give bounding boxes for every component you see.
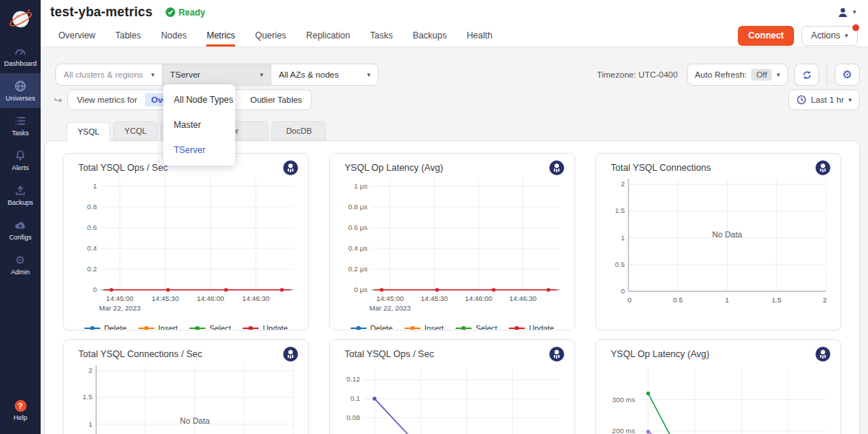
sidebar-item-universes[interactable]: Universes xyxy=(0,73,41,108)
refresh-icon xyxy=(801,69,813,81)
gear-icon: ⚙ xyxy=(16,254,25,266)
svg-text:No Data: No Data xyxy=(712,230,742,239)
sidebar-item-alerts[interactable]: Alerts xyxy=(0,143,41,177)
svg-text:1: 1 xyxy=(93,182,97,190)
filter-dropdown-group: All clusters & regions ▾ TServer ▾ All A… xyxy=(55,64,379,86)
chart-card: Total YSQL Ops / Sec0.120.10.080.060.040… xyxy=(329,339,575,434)
svg-text:2: 2 xyxy=(823,296,827,304)
actions-button[interactable]: Actions ▾ xyxy=(801,26,858,46)
svg-text:14:45:00: 14:45:00 xyxy=(106,294,134,302)
gear-icon: ⚙ xyxy=(842,68,852,81)
chart-title: Total YSQL Ops / Sec xyxy=(74,163,168,173)
yugabyte-logo-icon[interactable] xyxy=(549,347,564,362)
legend-item-select[interactable]: Select xyxy=(189,324,231,330)
svg-text:1: 1 xyxy=(621,234,625,242)
menu-item-master[interactable]: Master xyxy=(163,112,235,138)
metric-tab-docdb[interactable]: DocDB xyxy=(271,121,326,140)
legend-item-delete[interactable]: Delete xyxy=(84,324,126,330)
sidebar-item-admin[interactable]: ⚙Admin xyxy=(0,247,41,282)
legend-item-insert[interactable]: Insert xyxy=(138,324,177,330)
view-outlier-tables-option[interactable]: Outlier Tables xyxy=(251,95,302,104)
svg-text:14:46:00: 14:46:00 xyxy=(465,294,492,302)
legend-item-insert[interactable]: Insert xyxy=(404,324,444,330)
nav-tab-metrics[interactable]: Metrics xyxy=(206,24,235,47)
chevron-down-icon: ▾ xyxy=(844,33,848,39)
yugabyte-logo-icon[interactable] xyxy=(549,160,564,175)
svg-text:0.2 µs: 0.2 µs xyxy=(348,265,367,273)
node-type-menu: All Node TypesMasterTServer xyxy=(163,84,235,166)
azs-nodes-value: All AZs & nodes xyxy=(279,70,339,79)
svg-text:0.8: 0.8 xyxy=(87,203,97,211)
svg-text:0.4 µs: 0.4 µs xyxy=(348,244,367,252)
user-avatar[interactable]: ▾ xyxy=(837,7,856,18)
refresh-button[interactable] xyxy=(794,64,819,86)
sidebar-item-label: Admin xyxy=(11,268,30,276)
legend-item-select[interactable]: Select xyxy=(455,324,497,330)
connect-button[interactable]: Connect xyxy=(738,26,794,46)
chart-card: Total YSQL Ops / Sec10.80.60.40.2014:45:… xyxy=(63,153,309,330)
yugabyte-app-logo-icon[interactable] xyxy=(0,0,41,38)
yugabyte-logo-icon[interactable] xyxy=(283,347,298,362)
clusters-regions-dropdown[interactable]: All clusters & regions ▾ xyxy=(55,64,163,86)
auto-refresh-label: Auto Refresh: xyxy=(695,70,747,79)
svg-text:Mar 22, 2023: Mar 22, 2023 xyxy=(370,304,411,312)
sidebar-item-dashboard[interactable]: Dashboard xyxy=(0,38,41,73)
svg-text:0.1: 0.1 xyxy=(350,394,360,402)
chart-card: YSQL Op Latency (Avg)300 ms200 ms100 ms0… xyxy=(595,339,841,434)
nav-tab-replication[interactable]: Replication xyxy=(306,24,350,47)
svg-text:Mar 22, 2023: Mar 22, 2023 xyxy=(99,304,140,312)
universe-tabs: OverviewTablesNodesMetricsQueriesReplica… xyxy=(58,24,492,47)
sidebar-item-label: Dashboard xyxy=(4,60,36,67)
menu-item-all-node-types[interactable]: All Node Types xyxy=(163,87,235,112)
legend-item-delete[interactable]: Delete xyxy=(350,324,393,330)
nav-tab-backups[interactable]: Backups xyxy=(413,24,447,47)
svg-text:0: 0 xyxy=(621,287,625,295)
svg-text:No Data: No Data xyxy=(180,416,210,425)
legend-item-update[interactable]: Update xyxy=(509,324,554,330)
menu-item-tserver[interactable]: TServer xyxy=(163,138,235,163)
metrics-panel: Total YSQL Ops / Sec10.80.60.40.2014:45:… xyxy=(44,140,860,434)
yugabyte-logo-icon[interactable] xyxy=(816,160,830,175)
time-range-dropdown[interactable]: Last 1 hr ▾ xyxy=(788,89,860,110)
settings-button[interactable]: ⚙ xyxy=(835,64,860,86)
chart-plot[interactable]: 0.120.10.080.060.040.020 xyxy=(340,362,564,434)
status-badge: Ready xyxy=(166,7,205,18)
chart-plot[interactable]: 10.80.60.40.2014:45:0014:45:3014:46:0014… xyxy=(74,176,298,322)
nav-tab-nodes[interactable]: Nodes xyxy=(161,24,187,47)
sidebar-item-backups[interactable]: Backups xyxy=(0,177,41,212)
chart-legend: DeleteInsertSelectUpdate xyxy=(340,324,564,330)
chart-plot[interactable]: 21.510.5000.511.52No Data xyxy=(74,362,298,434)
branch-arrow-icon: ↪ xyxy=(54,95,62,106)
timezone-label: Timezone: UTC-0400 xyxy=(597,70,678,79)
svg-text:0.12: 0.12 xyxy=(347,375,361,383)
sidebar-nav: DashboardUniversesTasksAlertsBackupsConf… xyxy=(0,38,41,282)
svg-text:1: 1 xyxy=(725,296,729,304)
auto-refresh-dropdown[interactable]: Auto Refresh: Off ▾ xyxy=(687,64,788,86)
sidebar-item-label: Tasks xyxy=(12,129,29,137)
sidebar-item-help[interactable]: ? Help xyxy=(0,393,41,428)
nav-tab-tasks[interactable]: Tasks xyxy=(370,24,393,47)
nav-tab-overview[interactable]: Overview xyxy=(58,24,95,47)
metric-tab-ycql[interactable]: YCQL xyxy=(113,121,157,140)
metrics-content: All clusters & regions ▾ TServer ▾ All A… xyxy=(41,47,868,434)
yugabyte-logo-icon[interactable] xyxy=(283,160,298,175)
metric-tab-ysql[interactable]: YSQL xyxy=(67,122,110,141)
divider xyxy=(827,65,827,84)
yugabyte-logo-icon[interactable] xyxy=(816,347,830,362)
nav-tab-tables[interactable]: Tables xyxy=(115,24,141,47)
sidebar-item-configs[interactable]: Configs xyxy=(0,212,41,247)
clock-icon xyxy=(796,95,807,105)
check-circle-icon xyxy=(166,7,175,17)
clusters-regions-value: All clusters & regions xyxy=(64,70,143,79)
chart-plot[interactable]: 21.510.5000.511.52No Data xyxy=(606,176,830,312)
node-type-dropdown[interactable]: TServer ▾ xyxy=(162,64,271,86)
chart-plot[interactable]: 1 µs0.8 µs0.6 µs0.4 µs0.2 µs0 µs14:45:00… xyxy=(340,176,564,322)
sidebar-item-label: Alerts xyxy=(12,164,29,172)
sidebar-item-tasks[interactable]: Tasks xyxy=(0,108,41,143)
chart-plot[interactable]: 300 ms200 ms100 ms0 ms xyxy=(606,362,830,434)
nav-tab-health[interactable]: Health xyxy=(467,24,492,47)
legend-item-update[interactable]: Update xyxy=(243,324,288,330)
azs-nodes-dropdown[interactable]: All AZs & nodes ▾ xyxy=(271,64,379,86)
tasks-icon xyxy=(14,115,27,127)
nav-tab-queries[interactable]: Queries xyxy=(255,24,286,47)
